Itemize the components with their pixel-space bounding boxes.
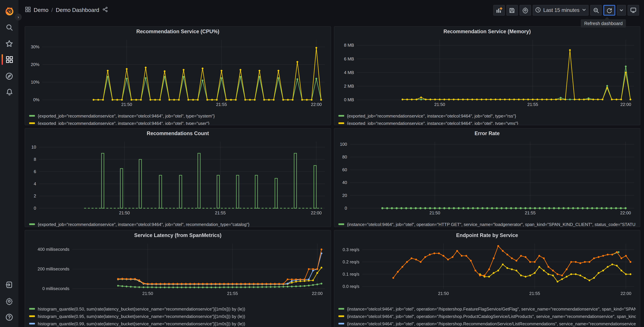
svg-text:21:55: 21:55	[527, 102, 538, 107]
legend-label: {exported_job="recommendationservice", i…	[347, 113, 516, 118]
legend-item[interactable]: histogram_quantile(0.95, sum(rate(latenc…	[29, 312, 326, 320]
legend-swatch	[29, 308, 35, 310]
legend: {instance="otelcol:9464", job="otel", op…	[334, 220, 640, 227]
star-icon[interactable]	[0, 36, 18, 50]
legend-swatch	[338, 122, 344, 124]
dashboard-grid-icon	[25, 6, 31, 14]
legend-item[interactable]: {exported_job="recommendationservice", i…	[338, 120, 636, 125]
legend-label: {exported_job="recommendationservice", i…	[38, 113, 215, 118]
legend: histogram_quantile(0.50, sum(rate(latenc…	[25, 305, 330, 327]
search-icon[interactable]	[0, 20, 18, 34]
grafana-dashboard: › Demo / Demo Dashboard	[0, 0, 644, 327]
panel-title[interactable]: Service Latency (from SpanMetrics)	[25, 230, 330, 240]
svg-text:0 milliseconds: 0 milliseconds	[42, 286, 69, 291]
help-icon[interactable]	[0, 310, 18, 324]
svg-text:22:00: 22:00	[620, 102, 631, 107]
chart-area: 21:5021:5522:000 milliseconds200 millise…	[25, 240, 330, 299]
svg-text:21:50: 21:50	[119, 210, 130, 215]
chart-area: 21:5021:5522:00020406080100	[334, 138, 640, 219]
legend: {exported_job="recommendationservice", i…	[25, 220, 330, 227]
time-series-chart[interactable]: 21:5021:5522:000%10%20%30%	[28, 36, 328, 109]
legend-label: {instance="otelcol:9464", job="otel", op…	[347, 222, 636, 226]
legend: {exported_job="recommendationservice", i…	[334, 112, 640, 125]
panel-service-latency-from-spanmetrics: Service Latency (from SpanMetrics) 21:50…	[25, 230, 331, 327]
legend-swatch	[338, 224, 344, 225]
svg-text:22:00: 22:00	[620, 291, 631, 296]
save-dashboard-button[interactable]	[506, 5, 518, 16]
svg-text:100: 100	[340, 142, 347, 146]
panel-title[interactable]: Recommendation Service (Memory)	[334, 27, 640, 36]
panel-recommendations-count: Recommendations Count 21:5021:5522:00024…	[25, 128, 331, 227]
panel-recommendation-service-memory: Recommendation Service (Memory) 21:5021:…	[334, 26, 640, 126]
svg-text:21:50: 21:50	[434, 102, 445, 107]
time-series-chart[interactable]: 21:5021:5522:000246810	[28, 138, 328, 217]
svg-text:22:00: 22:00	[312, 291, 322, 296]
breadcrumb-separator: /	[51, 7, 53, 13]
legend-swatch	[338, 323, 344, 324]
svg-text:20%: 20%	[31, 62, 39, 67]
add-panel-button[interactable]	[493, 5, 505, 16]
settings-gear-icon[interactable]	[0, 294, 18, 308]
panel-title[interactable]: Recommendation Service (CPU%)	[25, 27, 330, 36]
svg-text:21:50: 21:50	[430, 210, 440, 215]
zoom-out-button[interactable]	[590, 5, 602, 16]
breadcrumb-dashboard[interactable]: Demo Dashboard	[56, 7, 99, 13]
legend-item[interactable]: {exported_job="recommendationservice", i…	[29, 120, 326, 125]
svg-text:40: 40	[342, 180, 347, 185]
svg-text:10%: 10%	[31, 80, 39, 84]
breadcrumb-folder[interactable]: Demo	[34, 7, 48, 13]
svg-text:0.0 req/s: 0.0 req/s	[343, 284, 360, 289]
alerting-bell-icon[interactable]	[0, 85, 18, 99]
legend-swatch	[338, 115, 344, 117]
svg-text:2 MB: 2 MB	[344, 84, 354, 88]
legend-swatch	[338, 308, 344, 310]
svg-text:2: 2	[34, 194, 36, 198]
legend-label: histogram_quantile(0.99, sum(rate(latenc…	[38, 321, 245, 326]
legend-item[interactable]: {exported_job="recommendationservice", i…	[29, 220, 326, 227]
share-icon[interactable]	[102, 6, 108, 14]
legend-item[interactable]: {exported_job="recommendationservice", i…	[29, 112, 326, 120]
time-range-picker[interactable]: Last 15 minutes	[532, 5, 588, 16]
svg-text:22:00: 22:00	[620, 210, 631, 215]
legend-item[interactable]: histogram_quantile(0.99, sum(rate(latenc…	[29, 320, 326, 327]
svg-text:21:55: 21:55	[227, 291, 238, 296]
legend-item[interactable]: {instance="otelcol:9464", job="otel", op…	[338, 220, 636, 227]
svg-text:21:50: 21:50	[142, 291, 153, 296]
clock-icon	[535, 7, 541, 14]
sign-in-icon[interactable]	[0, 278, 18, 292]
legend-item[interactable]: histogram_quantile(0.50, sum(rate(latenc…	[29, 305, 326, 312]
refresh-interval-dropdown[interactable]	[617, 5, 626, 16]
legend-item[interactable]: {exported_job="recommendationservice", i…	[338, 112, 636, 120]
svg-text:21:55: 21:55	[215, 210, 226, 215]
svg-text:21:55: 21:55	[529, 291, 540, 296]
explore-compass-icon[interactable]	[0, 69, 18, 83]
panel-title[interactable]: Endpoint Rate by Service	[334, 230, 640, 240]
panel-title[interactable]: Recommendations Count	[25, 128, 330, 138]
sidebar-item-dashboards[interactable]	[0, 52, 18, 66]
svg-text:400 milliseconds: 400 milliseconds	[38, 247, 70, 252]
chevron-down-icon	[582, 8, 586, 13]
svg-text:21:55: 21:55	[525, 210, 536, 215]
time-series-chart[interactable]: 21:5021:5522:000 MB2 MB4 MB6 MB8 MB	[338, 36, 638, 109]
svg-text:6 MB: 6 MB	[344, 56, 354, 61]
svg-text:0: 0	[345, 206, 347, 210]
time-series-chart[interactable]: 21:5021:5522:000 milliseconds200 millise…	[28, 240, 328, 298]
legend-item[interactable]: {instance="otelcol:9464", job="otel", op…	[338, 312, 636, 320]
panel-endpoint-rate-by-service: Endpoint Rate by Service 21:5021:5522:00…	[334, 230, 640, 327]
time-series-chart[interactable]: 21:5021:5522:000.0 req/s0.1 req/s0.2 req…	[338, 240, 638, 298]
panel-title[interactable]: Error Rate	[334, 128, 640, 138]
time-series-chart[interactable]: 21:5021:5522:00020406080100	[338, 138, 638, 217]
dashboard-settings-button[interactable]	[520, 5, 531, 16]
svg-text:6: 6	[34, 169, 36, 174]
refresh-dashboard-button[interactable]	[603, 5, 615, 16]
sidebar-expand-button[interactable]: ›	[15, 14, 22, 21]
panel-recommendation-service-cpu: Recommendation Service (CPU%) 21:5021:55…	[25, 26, 331, 126]
legend-item[interactable]: {instance="otelcol:9464", job="otel", op…	[338, 320, 636, 327]
svg-text:80: 80	[342, 154, 347, 159]
legend-label: histogram_quantile(0.50, sum(rate(latenc…	[38, 306, 245, 311]
legend-label: {exported_job="recommendationservice", i…	[38, 222, 250, 226]
chart-area: 21:5021:5522:000246810	[25, 138, 330, 219]
legend: {instance="otelcol:9464", job="otel", op…	[334, 305, 640, 327]
legend-item[interactable]: {instance="otelcol:9464", job="otel", op…	[338, 305, 636, 312]
cycle-view-mode-button[interactable]	[628, 5, 639, 16]
